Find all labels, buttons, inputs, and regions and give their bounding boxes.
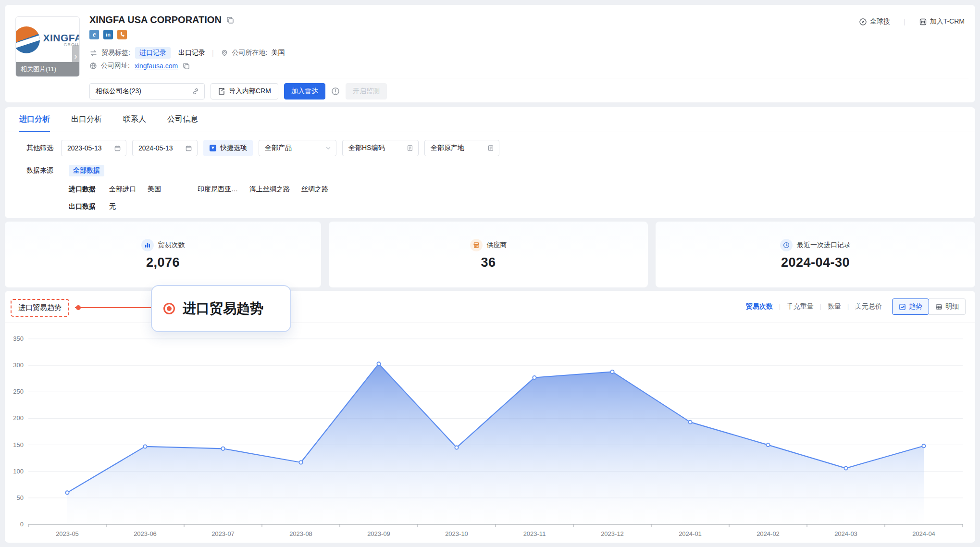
other-filters-label: 其他筛选 <box>26 144 53 152</box>
logo-globe-icon <box>15 26 40 53</box>
trade-trend-chart[interactable]: 0501001502002503003502023-052023-062023-… <box>5 291 975 543</box>
import-source-item[interactable]: 全部进口 <box>109 185 136 194</box>
tab-export-analysis[interactable]: 出口分析 <box>71 107 102 132</box>
crm-badge-icon <box>919 18 927 26</box>
svg-text:350: 350 <box>13 335 24 342</box>
svg-text:2023-05: 2023-05 <box>56 530 79 537</box>
document-icon <box>487 145 494 151</box>
trade-tag-import[interactable]: 进口记录 <box>135 47 171 59</box>
svg-text:2023-06: 2023-06 <box>134 530 157 537</box>
bullseye-icon <box>163 303 175 314</box>
all-hs-codes-select[interactable]: 全部HS编码 <box>342 140 419 156</box>
location-label: 公司所在地: <box>232 49 268 57</box>
export-data-value: 无 <box>109 202 116 211</box>
all-products-select[interactable]: 全部产品 <box>259 140 336 156</box>
company-name: XINGFA USA CORPORATION <box>89 14 222 25</box>
company-logo: XINGFA GROUP <box>16 17 79 63</box>
import-crm-button[interactable]: 导入内部CRM <box>211 83 278 99</box>
import-source-item[interactable]: 丝绸之路 <box>301 185 328 194</box>
similar-companies-field[interactable]: 相似公司名(23) <box>89 83 205 99</box>
all-origins-select[interactable]: 全部原产地 <box>424 140 499 156</box>
globe-icon <box>89 62 97 70</box>
svg-text:200: 200 <box>13 414 24 422</box>
phone-icon[interactable] <box>117 30 127 39</box>
import-source-item[interactable]: 海上丝绸之路 <box>249 185 290 194</box>
trade-tag-export[interactable]: 出口记录 <box>178 49 205 57</box>
import-trend-card: 进口贸易趋势 进口贸易趋势 贸易次数 | 千克重量 | 数量 | 美元总价 趋势… <box>5 291 975 543</box>
svg-text:2023-09: 2023-09 <box>367 530 390 537</box>
bar-chart-icon <box>141 239 154 251</box>
start-monitor-button[interactable]: 开启监测 <box>346 83 387 99</box>
stat-label: 供应商 <box>487 241 507 249</box>
annotation-callout-text: 进口贸易趋势 <box>183 299 263 318</box>
clock-icon <box>780 239 793 251</box>
export-data-label: 出口数据 <box>69 202 96 211</box>
stat-label: 贸易次数 <box>158 241 185 249</box>
svg-text:100: 100 <box>13 468 24 475</box>
linkedin-icon[interactable]: in <box>103 30 113 39</box>
store-icon <box>470 239 483 251</box>
annotation-callout: 进口贸易趋势 <box>151 285 291 332</box>
svg-text:2023-07: 2023-07 <box>211 530 235 537</box>
tab-company-info[interactable]: 公司信息 <box>167 107 198 132</box>
stat-value: 2024-04-30 <box>781 255 850 270</box>
website-label: 公司网址: <box>101 62 130 70</box>
import-icon <box>218 87 225 95</box>
info-icon[interactable] <box>331 87 340 96</box>
tab-contacts[interactable]: 联系人 <box>123 107 146 132</box>
stat-value: 36 <box>481 255 496 270</box>
stat-card-latest-import: 最近一次进口记录 2024-04-30 <box>656 222 975 287</box>
document-icon <box>407 145 413 151</box>
quick-options-button[interactable]: 快捷选项 <box>203 140 253 156</box>
date-from-input[interactable]: 2023-05-13 <box>61 140 126 156</box>
copy-icon[interactable] <box>183 62 190 70</box>
add-radar-button[interactable]: 加入雷达 <box>284 83 325 99</box>
svg-text:2024-01: 2024-01 <box>679 530 702 537</box>
tab-import-analysis[interactable]: 进口分析 <box>19 107 50 132</box>
exchange-arrows-icon <box>89 49 98 57</box>
stat-card-trade-count: 贸易次数 2,076 <box>5 222 321 287</box>
link-icon <box>192 87 199 95</box>
compass-icon <box>859 18 867 26</box>
company-image-thumbnail[interactable]: XINGFA GROUP › 相关图片(11) <box>15 16 80 77</box>
calendar-icon <box>185 145 192 152</box>
stat-value: 2,076 <box>146 255 180 270</box>
import-data-label: 进口数据 <box>69 185 96 194</box>
location-value: 美国 <box>271 49 285 57</box>
related-images-caption[interactable]: 相关图片(11) <box>16 62 79 76</box>
import-source-item[interactable]: 印度尼西亚… <box>198 185 238 194</box>
website-link[interactable]: xingfausa.com <box>135 62 178 70</box>
svg-text:2024-04: 2024-04 <box>912 530 935 537</box>
trade-label-title: 贸易标签: <box>101 49 130 57</box>
date-to-input[interactable]: 2024-05-13 <box>132 140 198 156</box>
location-pin-icon <box>221 49 228 57</box>
data-source-label: 数据来源 <box>26 166 61 175</box>
import-source-item[interactable]: 美国 <box>148 185 161 194</box>
quick-filter-icon <box>209 144 217 152</box>
global-search-button[interactable]: 全球搜 <box>859 17 890 26</box>
stat-card-suppliers: 供应商 36 <box>329 222 648 287</box>
svg-text:300: 300 <box>13 361 24 369</box>
svg-text:250: 250 <box>13 388 24 395</box>
website-icon[interactable]: e <box>89 30 99 39</box>
svg-text:2023-12: 2023-12 <box>601 530 624 537</box>
svg-text:2023-08: 2023-08 <box>289 530 312 537</box>
svg-text:2023-10: 2023-10 <box>445 530 468 537</box>
all-data-chip[interactable]: 全部数据 <box>69 165 104 176</box>
svg-text:50: 50 <box>17 494 24 501</box>
chevron-down-icon <box>325 145 331 151</box>
copy-icon[interactable] <box>226 16 234 24</box>
company-header-card: XINGFA GROUP › 相关图片(11) XINGFA USA CORPO… <box>5 5 975 102</box>
join-tcrm-button[interactable]: 加入T-CRM <box>919 17 965 26</box>
calendar-icon <box>114 145 121 152</box>
svg-text:0: 0 <box>20 521 24 528</box>
svg-text:2023-11: 2023-11 <box>523 530 546 537</box>
svg-text:2024-03: 2024-03 <box>834 530 857 537</box>
analysis-card: 进口分析 出口分析 联系人 公司信息 其他筛选 2023-05-13 2024-… <box>5 107 975 218</box>
svg-text:150: 150 <box>13 441 24 448</box>
svg-text:2024-02: 2024-02 <box>757 530 780 537</box>
logo-text: XINGFA <box>43 33 80 43</box>
stat-label: 最近一次进口记录 <box>797 241 851 249</box>
